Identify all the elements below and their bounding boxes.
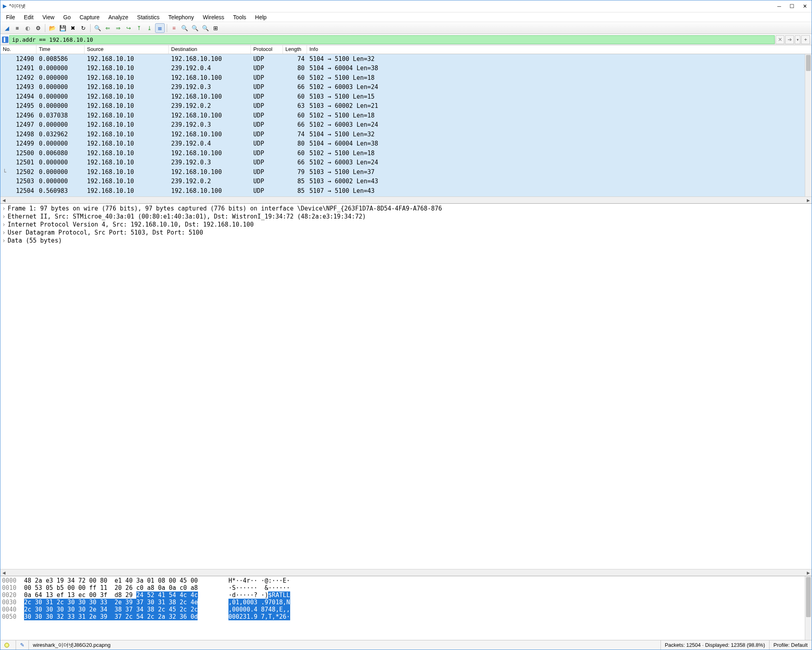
go-back-button[interactable]: ⇐ (103, 23, 113, 33)
detail-text: Frame 1: 97 bytes on wire (776 bits), 97… (8, 205, 442, 212)
table-row[interactable]: 125040.560983192.168.10.10192.168.10.100… (0, 186, 812, 196)
edit-capture-comment-button[interactable]: ✎ (16, 640, 29, 650)
hex-row[interactable]: 000048 2a e3 19 34 72 00 80 e1 40 3a 01 … (2, 577, 810, 584)
save-file-button[interactable]: 💾 (58, 23, 67, 33)
detail-row[interactable]: ›Frame 1: 97 bytes on wire (776 bits), 9… (0, 205, 812, 213)
menu-tools[interactable]: Tools (230, 13, 250, 21)
hex-vscrollbar[interactable] (805, 576, 812, 640)
table-row[interactable]: 125030.000000192.168.10.10239.192.0.2UDP… (0, 177, 812, 186)
table-row[interactable]: 124990.000000192.168.10.10239.192.0.4UDP… (0, 139, 812, 149)
hex-row[interactable]: 00402c 30 30 30 30 30 2e 34 38 37 34 38 … (2, 606, 810, 613)
hex-row[interactable]: 00200a 64 13 ef 13 ec 00 3f d8 29 24 52 … (2, 591, 810, 599)
col-destination[interactable]: Destination (169, 45, 251, 54)
minimize-button[interactable]: ─ (776, 3, 782, 9)
col-no[interactable]: No. (0, 45, 36, 54)
menu-file[interactable]: File (3, 13, 18, 21)
table-row[interactable]: 125000.006080192.168.10.10192.168.10.100… (0, 148, 812, 158)
open-file-button[interactable]: 📂 (47, 23, 57, 33)
packet-details-pane[interactable]: ›Frame 1: 97 bytes on wire (776 bits), 9… (0, 204, 812, 569)
menu-capture[interactable]: Capture (76, 13, 103, 21)
zoom-out-button[interactable]: 🔍 (190, 23, 200, 33)
cell-destination: 192.168.10.100 (169, 168, 251, 176)
clear-filter-button[interactable]: ✕ (776, 35, 784, 44)
hex-bytes: 0a 64 13 ef 13 ec 00 3f d8 29 24 52 41 5… (24, 591, 228, 599)
auto-scroll-button[interactable]: ≣ (155, 23, 165, 33)
table-row[interactable]: 124960.037038192.168.10.10192.168.10.100… (0, 111, 812, 120)
table-row[interactable]: 124950.000000192.168.10.10239.192.0.2UDP… (0, 101, 812, 111)
details-hscrollbar[interactable]: ◀ ▶ (0, 569, 812, 576)
packet-list-body[interactable]: 124900.008586192.168.10.10192.168.10.100… (0, 54, 812, 196)
menu-wireless[interactable]: Wireless (200, 13, 228, 21)
apply-filter-button[interactable]: ➔ (785, 35, 794, 44)
expert-info-button[interactable] (0, 640, 16, 650)
menu-telephony[interactable]: Telephony (165, 13, 197, 21)
capture-options-button[interactable]: ⚙ (33, 23, 43, 33)
menu-go[interactable]: Go (60, 13, 74, 21)
menu-view[interactable]: View (39, 13, 58, 21)
status-profile[interactable]: Profile: Default (770, 640, 812, 650)
go-to-packet-button[interactable]: ↪ (124, 23, 133, 33)
maximize-button[interactable]: ☐ (789, 3, 795, 9)
cell-no: 12497 (8, 121, 36, 128)
packet-list-hscrollbar[interactable]: ◀ ▶ (0, 196, 812, 203)
packet-list-header[interactable]: No. Time Source Destination Protocol Len… (0, 45, 812, 54)
scroll-left-icon[interactable]: ◀ (0, 198, 7, 202)
hex-row[interactable]: 005030 30 30 32 33 31 2e 39 37 2c 54 2c … (2, 613, 810, 620)
expand-icon[interactable]: › (2, 229, 8, 236)
col-source[interactable]: Source (85, 45, 169, 54)
packet-bytes-pane[interactable]: 000048 2a e3 19 34 72 00 80 e1 40 3a 01 … (0, 576, 812, 640)
close-button[interactable]: ✕ (802, 3, 808, 9)
add-filter-button[interactable]: + (801, 35, 810, 44)
menu-analyze[interactable]: Analyze (105, 13, 131, 21)
table-row[interactable]: └125020.000000192.168.10.10192.168.10.10… (0, 167, 812, 177)
hex-row[interactable]: 00302c 30 31 2c 30 30 30 33 2e 39 37 30 … (2, 599, 810, 606)
col-length[interactable]: Length (283, 45, 307, 54)
reload-button[interactable]: ↻ (79, 23, 88, 33)
find-packet-button[interactable]: 🔍 (93, 23, 102, 33)
col-time[interactable]: Time (36, 45, 85, 54)
go-forward-button[interactable]: ⇒ (113, 23, 123, 33)
expand-icon[interactable]: › (2, 221, 8, 228)
hex-row[interactable]: 001000 53 05 b5 00 00 ff 11 20 26 c0 a8 … (2, 584, 810, 591)
col-protocol[interactable]: Protocol (251, 45, 283, 54)
col-info[interactable]: Info (307, 45, 812, 54)
restart-capture-button[interactable]: ◐ (23, 23, 32, 33)
detail-row[interactable]: ›Data (55 bytes) (0, 237, 812, 245)
zoom-reset-button[interactable]: 🔍 (200, 23, 210, 33)
menu-edit[interactable]: Edit (21, 13, 37, 21)
detail-row[interactable]: ›User Datagram Protocol, Src Port: 5103,… (0, 229, 812, 237)
detail-row[interactable]: ›Ethernet II, Src: STMicroe_40:3a:01 (00… (0, 213, 812, 221)
menu-statistics[interactable]: Statistics (134, 13, 163, 21)
resize-columns-button[interactable]: ⊞ (211, 23, 220, 33)
cell-protocol: UDP (251, 140, 283, 147)
cell-info: 5103 → 5100 Len=37 (307, 168, 812, 176)
display-filter-input[interactable] (9, 35, 775, 44)
close-file-button[interactable]: ✖ (68, 23, 78, 33)
scroll-right-icon[interactable]: ▶ (805, 198, 812, 202)
zoom-in-button[interactable]: 🔍 (180, 23, 189, 33)
table-row[interactable]: 124930.000000192.168.10.10239.192.0.3UDP… (0, 83, 812, 92)
start-capture-button[interactable]: ◢ (2, 23, 12, 33)
menu-help[interactable]: Help (252, 13, 270, 21)
colorize-button[interactable]: ≡ (169, 23, 179, 33)
filter-history-button[interactable]: ▾ (795, 35, 800, 44)
scroll-left-icon[interactable]: ◀ (0, 571, 7, 575)
go-last-button[interactable]: ⤓ (145, 23, 154, 33)
scroll-right-icon[interactable]: ▶ (805, 571, 812, 575)
expand-icon[interactable]: › (2, 237, 8, 244)
detail-row[interactable]: ›Internet Protocol Version 4, Src: 192.1… (0, 221, 812, 229)
filter-bookmark-button[interactable]: ▌ (2, 36, 8, 43)
expand-icon[interactable]: › (2, 205, 8, 212)
go-first-button[interactable]: ⤒ (134, 23, 144, 33)
table-row[interactable]: 124910.000000192.168.10.10239.192.0.4UDP… (0, 64, 812, 73)
expand-icon[interactable]: › (2, 213, 8, 220)
table-row[interactable]: 124970.000000192.168.10.10239.192.0.3UDP… (0, 120, 812, 130)
table-row[interactable]: 124940.000000192.168.10.10192.168.10.100… (0, 92, 812, 101)
table-row[interactable]: 124980.032962192.168.10.10192.168.10.100… (0, 130, 812, 139)
stop-capture-button[interactable]: ■ (12, 23, 22, 33)
table-row[interactable]: 124920.000000192.168.10.10192.168.10.100… (0, 73, 812, 83)
cell-source: 192.168.10.10 (85, 112, 169, 119)
table-row[interactable]: 125010.000000192.168.10.10239.192.0.3UDP… (0, 158, 812, 168)
packet-list-vscrollbar[interactable] (805, 54, 812, 196)
table-row[interactable]: 124900.008586192.168.10.10192.168.10.100… (0, 54, 812, 64)
